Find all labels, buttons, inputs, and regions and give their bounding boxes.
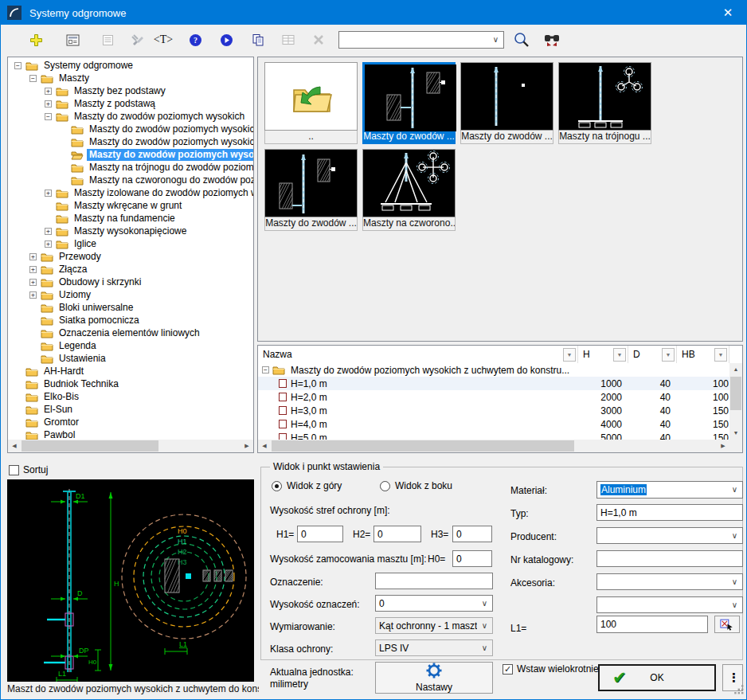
sort-checkbox[interactable]: [9, 465, 19, 475]
tree-item[interactable]: Maszty wkręcane w grunt: [8, 199, 253, 212]
tree-item[interactable]: +Uziomy: [8, 288, 253, 301]
producent-combo[interactable]: ∨: [596, 527, 743, 544]
tree-item[interactable]: +Przewody: [8, 250, 253, 263]
klasa-combo[interactable]: LPS IV ∨: [375, 639, 493, 656]
table-row[interactable]: H=2,0 m200040100: [258, 390, 729, 404]
close-button[interactable]: ✕: [710, 1, 746, 25]
tools-icon[interactable]: [127, 29, 149, 51]
tree-item[interactable]: +Iglice: [8, 237, 253, 250]
tree-item[interactable]: Legenda: [8, 339, 253, 352]
radio-view-top[interactable]: Widok z góry: [272, 480, 342, 491]
tree-item[interactable]: Maszty na czworonogu do zwodów poziom: [8, 174, 253, 186]
gallery-tile[interactable]: Maszty do zwodów ...: [460, 62, 553, 144]
gallery-tile[interactable]: Maszty na czworono...: [362, 149, 456, 231]
search-icon[interactable]: [510, 29, 533, 51]
akcesoria-combo-2[interactable]: ∨: [596, 596, 743, 613]
wstaw-checkbox[interactable]: ✓: [503, 664, 513, 675]
akcesoria-combo[interactable]: ∨: [596, 573, 743, 590]
search-input[interactable]: [342, 33, 488, 47]
tree-item[interactable]: Maszty do zwodów poziomych wyso: [8, 148, 253, 161]
tree-item[interactable]: Oznaczenia elementów liniowych: [8, 327, 253, 339]
expand-icon[interactable]: +: [45, 190, 52, 197]
search-combo[interactable]: ∨: [338, 31, 504, 49]
collapse-icon[interactable]: −: [29, 75, 37, 82]
resize-grip[interactable]: [734, 685, 744, 697]
chevron-down-icon[interactable]: ∨: [488, 32, 503, 48]
tree-item[interactable]: Maszty do zwodów poziomych wysokich: [8, 123, 253, 135]
list-icon[interactable]: [96, 29, 119, 51]
tree-item[interactable]: Gromtor: [8, 416, 253, 428]
table-group-row[interactable]: −Maszty do zwodów poziomych wysokich z u…: [258, 363, 729, 377]
expand-icon[interactable]: +: [29, 253, 37, 260]
h2-input[interactable]: [374, 526, 421, 542]
tree-horizontal-scrollbar[interactable]: ◀ ▶: [8, 440, 253, 452]
oznaczenie-input[interactable]: [375, 573, 493, 589]
tree-item[interactable]: +Maszty z podstawą: [8, 97, 253, 110]
add-icon[interactable]: [25, 29, 47, 51]
nr-katalogowy-input[interactable]: [596, 550, 743, 567]
sort-checkbox-row[interactable]: Sortuj: [9, 464, 48, 475]
l1-input[interactable]: [596, 616, 708, 633]
tree-item[interactable]: Bloki uniwersalne: [8, 301, 253, 314]
run-icon[interactable]: [215, 29, 237, 51]
ok-button[interactable]: ✔ OK: [598, 664, 716, 691]
expand-icon[interactable]: +: [45, 100, 52, 108]
tree-item[interactable]: +Złącza: [8, 263, 253, 276]
expand-icon[interactable]: +: [29, 279, 37, 286]
table-row[interactable]: H=3,0 m300040150: [258, 404, 729, 417]
table-vertical-scrollbar[interactable]: ▲ ▼: [729, 363, 742, 440]
nastawy-button[interactable]: Nastawy: [375, 662, 493, 694]
properties-icon[interactable]: [61, 29, 84, 51]
collapse-icon[interactable]: −: [45, 113, 52, 120]
column-filter-icon[interactable]: ▼: [662, 348, 675, 362]
expand-icon[interactable]: +: [29, 266, 37, 273]
tree-item[interactable]: Budniok Technika: [8, 377, 253, 390]
tree-item[interactable]: −Maszty: [8, 72, 253, 84]
pick-point-button[interactable]: [714, 616, 740, 633]
column-filter-icon[interactable]: ▼: [613, 348, 626, 362]
typ-input[interactable]: [596, 504, 743, 521]
material-combo[interactable]: Aluminium ∨: [596, 481, 743, 499]
tree-item[interactable]: Pawbol: [8, 428, 253, 440]
tree-item[interactable]: El-Sun: [8, 403, 253, 416]
h0-input[interactable]: [452, 550, 492, 567]
expand-icon[interactable]: +: [29, 291, 37, 299]
tree-item[interactable]: Maszty na trójnogu do zwodów poziomych: [8, 161, 253, 174]
table-row[interactable]: H=1,0 m100040100: [258, 377, 729, 390]
tree-item[interactable]: +Maszty bez podstawy: [8, 84, 253, 97]
column-header[interactable]: Nazwa▼: [258, 346, 578, 363]
collapse-icon[interactable]: −: [14, 62, 22, 69]
gallery-tile[interactable]: Maszty na trójnogu ...: [558, 62, 651, 144]
expand-icon[interactable]: +: [45, 88, 52, 95]
wys-oznaczen-combo[interactable]: 0 ∨: [375, 595, 493, 612]
table-row[interactable]: H=4,0 m400040150: [258, 417, 729, 431]
tree-item[interactable]: Ustawienia: [8, 352, 253, 365]
gallery-tile[interactable]: ..: [264, 62, 358, 144]
tree-item[interactable]: −Maszty do zwodów poziomych wysokich: [8, 110, 253, 123]
table-icon[interactable]: [277, 29, 299, 51]
expand-icon[interactable]: +: [45, 241, 52, 248]
tree-item[interactable]: +Maszty wysokonapięciowe: [8, 225, 253, 237]
column-header[interactable]: D▼: [628, 346, 677, 363]
radio-view-side[interactable]: Widok z boku: [380, 480, 452, 491]
delete-icon[interactable]: [307, 29, 330, 51]
column-filter-icon[interactable]: ▼: [563, 348, 576, 362]
gallery-tile[interactable]: Maszty do zwodów ...: [362, 62, 456, 144]
collapse-icon[interactable]: −: [262, 366, 269, 373]
tree-item[interactable]: Siatka pomocnicza: [8, 314, 253, 327]
expand-icon[interactable]: +: [45, 228, 52, 235]
text-icon[interactable]: <T>: [152, 29, 174, 51]
tree-item[interactable]: Maszty na fundamencie: [8, 212, 253, 225]
tree-item[interactable]: +Maszty izolowane do zwodów poziomych wy…: [8, 186, 253, 199]
tree-item[interactable]: Maszty do zwodów poziomych wysokich z u: [8, 135, 253, 148]
tree-item[interactable]: −Systemy odgromowe: [8, 59, 253, 72]
wymiarowanie-combo[interactable]: Kąt ochronny - 1 maszt ∨: [375, 617, 493, 634]
column-header[interactable]: HB▼: [677, 346, 729, 363]
h1-input[interactable]: [297, 526, 343, 542]
find-icon[interactable]: [541, 29, 563, 51]
copy-icon[interactable]: [247, 29, 269, 51]
gallery-tile[interactable]: Maszty do zwodów ...: [264, 149, 358, 231]
wstaw-checkbox-row[interactable]: ✓ Wstaw wielokrotnie: [503, 663, 599, 675]
column-filter-icon[interactable]: ▼: [714, 348, 727, 362]
help-icon[interactable]: ?: [184, 29, 206, 51]
